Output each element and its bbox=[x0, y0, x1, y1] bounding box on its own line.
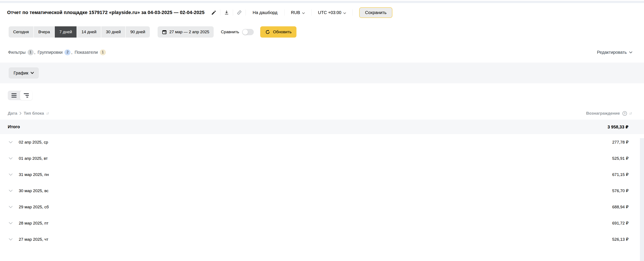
timezone-value: UTC +03:00 bbox=[318, 10, 341, 15]
row-value: 277,78 ₽ bbox=[612, 140, 628, 145]
row-expand-chevron[interactable] bbox=[8, 173, 13, 176]
period-preset-button[interactable]: Вчера bbox=[34, 26, 54, 38]
download-button[interactable] bbox=[220, 8, 233, 17]
summary-item-label: Группировки bbox=[38, 50, 62, 55]
tree-view-button[interactable] bbox=[20, 91, 32, 100]
table-row: 27 мар 2025, чт 526,13 ₽ bbox=[0, 231, 644, 247]
top-strip bbox=[0, 1, 644, 3]
summary-item[interactable]: Показатели 1 bbox=[74, 50, 106, 55]
row-expand-chevron[interactable] bbox=[8, 206, 13, 208]
download-icon bbox=[224, 10, 229, 15]
graph-panel: График bbox=[0, 63, 644, 83]
compare-toggle[interactable] bbox=[242, 29, 254, 35]
calendar-icon bbox=[162, 30, 167, 35]
row-expand-chevron[interactable] bbox=[8, 222, 13, 224]
sort-icon[interactable]: ↓↑ bbox=[629, 111, 632, 115]
period-preset-button[interactable]: Сегодня bbox=[8, 26, 34, 38]
row-value: 671,15 ₽ bbox=[612, 172, 628, 177]
chevron-down-icon bbox=[343, 10, 346, 15]
chevron-down-icon bbox=[302, 10, 305, 15]
row-date: 27 мар 2025, чт bbox=[19, 237, 48, 242]
period-preset-button[interactable]: 14 дней bbox=[77, 26, 101, 38]
sort-icon[interactable]: ↓↑ bbox=[46, 111, 49, 115]
value-column-header: Вознаграждение ? ↓↑ bbox=[586, 111, 632, 116]
refresh-icon bbox=[265, 30, 270, 35]
refresh-label: Обновить bbox=[273, 30, 292, 34]
row-value: 691,72 ₽ bbox=[612, 221, 628, 226]
divider bbox=[352, 10, 353, 16]
edit-title-button[interactable] bbox=[208, 8, 220, 17]
page-title: Отчет по тематической площадке 1579172 «… bbox=[7, 10, 204, 15]
compare-label: Сравнить bbox=[221, 30, 239, 34]
table-row: 01 апр 2025, вт 525,91 ₽ bbox=[0, 150, 644, 166]
settings-row: Фильтры 1 , Группировки 2 , Показатели 1… bbox=[0, 42, 644, 63]
date-range-button[interactable]: 27 мар — 2 апр 2025 bbox=[158, 26, 214, 38]
table-header: Дата Тип блока ↓↑ Вознаграждение ? ↓↑ bbox=[0, 111, 644, 116]
summary-item-label: Фильтры bbox=[8, 50, 26, 55]
summary-item-count-badge: 1 bbox=[28, 50, 34, 55]
row-value: 576,70 ₽ bbox=[612, 188, 628, 193]
row-expand-chevron[interactable] bbox=[8, 238, 13, 240]
chevron-down-icon bbox=[629, 51, 632, 53]
table-row: 28 мар 2025, пт 691,72 ₽ bbox=[0, 215, 644, 231]
total-label: Итого bbox=[8, 124, 20, 129]
chevron-down-icon bbox=[30, 72, 34, 74]
table-row: 29 мар 2025, сб 688,94 ₽ bbox=[0, 199, 644, 215]
grouping-breadcrumb: Дата Тип блока ↓↑ bbox=[8, 111, 49, 116]
toggle-knob bbox=[242, 29, 248, 35]
totals-row: Итого 3 958,33 ₽ bbox=[0, 120, 644, 134]
row-expand-chevron[interactable] bbox=[8, 157, 13, 160]
dashboard-link[interactable]: На дашборд bbox=[246, 10, 284, 15]
summary-item[interactable]: Фильтры 1 bbox=[8, 50, 34, 55]
chevron-right-icon bbox=[20, 112, 22, 115]
currency-value: RUB bbox=[291, 10, 300, 15]
period-bar: СегодняВчера7 дней14 дней30 дней90 дней … bbox=[8, 26, 644, 38]
summary-item-count-badge: 2 bbox=[64, 50, 70, 55]
header-tools: На дашборд RUB UTC +03:00 Сохранить bbox=[208, 7, 392, 18]
view-switcher-wrap bbox=[0, 83, 644, 100]
filters-summary: Фильтры 1 , Группировки 2 , Показатели 1 bbox=[8, 50, 106, 55]
table-body: 02 апр 2025, ср 277,78 ₽ 01 апр 2025, вт… bbox=[0, 134, 644, 247]
row-value: 525,91 ₽ bbox=[612, 156, 628, 161]
currency-select[interactable]: RUB bbox=[284, 10, 311, 15]
view-switcher bbox=[8, 91, 32, 100]
flat-view-button[interactable] bbox=[8, 91, 20, 100]
period-preset-button[interactable]: 30 дней bbox=[101, 26, 125, 38]
row-value: 688,94 ₽ bbox=[612, 204, 628, 209]
help-icon[interactable]: ? bbox=[622, 111, 627, 116]
column-date[interactable]: Дата bbox=[8, 111, 17, 116]
summary-item-count-badge: 1 bbox=[100, 50, 106, 55]
row-date: 31 мар 2025, пн bbox=[19, 172, 49, 177]
summary-item[interactable]: Группировки 2 bbox=[38, 50, 70, 55]
row-date: 01 апр 2025, вт bbox=[19, 156, 48, 161]
period-preset-button[interactable]: 90 дней bbox=[126, 26, 150, 38]
pencil-icon bbox=[211, 10, 216, 15]
edit-report-label: Редактировать bbox=[597, 50, 627, 55]
row-date: 30 мар 2025, вс bbox=[19, 188, 48, 193]
row-date: 29 мар 2025, сб bbox=[19, 205, 49, 209]
tree-list-icon bbox=[24, 93, 29, 98]
chart-type-button[interactable]: График bbox=[8, 67, 39, 79]
timezone-select[interactable]: UTC +03:00 bbox=[312, 10, 352, 15]
refresh-button[interactable]: Обновить bbox=[260, 26, 296, 38]
column-block-type[interactable]: Тип блока bbox=[24, 111, 44, 116]
row-expand-chevron[interactable] bbox=[8, 141, 13, 143]
row-date: 02 апр 2025, ср bbox=[19, 140, 48, 145]
column-reward[interactable]: Вознаграждение bbox=[586, 111, 620, 116]
table-row: 31 мар 2025, пн 671,15 ₽ bbox=[0, 166, 644, 183]
copy-link-button[interactable] bbox=[233, 8, 246, 17]
link-icon bbox=[237, 10, 242, 15]
date-range-value: 27 мар — 2 апр 2025 bbox=[170, 30, 209, 34]
table-row: 30 мар 2025, вс 576,70 ₽ bbox=[0, 183, 644, 199]
row-value: 526,13 ₽ bbox=[612, 237, 628, 242]
flat-list-icon bbox=[12, 93, 16, 98]
summary-item-label: Показатели bbox=[74, 50, 98, 55]
total-value: 3 958,33 ₽ bbox=[608, 124, 628, 130]
chart-type-label: График bbox=[14, 71, 28, 76]
table-row: 02 апр 2025, ср 277,78 ₽ bbox=[0, 134, 644, 150]
period-preset-button[interactable]: 7 дней bbox=[55, 26, 76, 38]
edit-report-button[interactable]: Редактировать bbox=[596, 50, 634, 55]
save-button[interactable]: Сохранить bbox=[359, 7, 392, 18]
row-expand-chevron[interactable] bbox=[8, 189, 13, 192]
report-header: Отчет по тематической площадке 1579172 «… bbox=[0, 3, 644, 22]
